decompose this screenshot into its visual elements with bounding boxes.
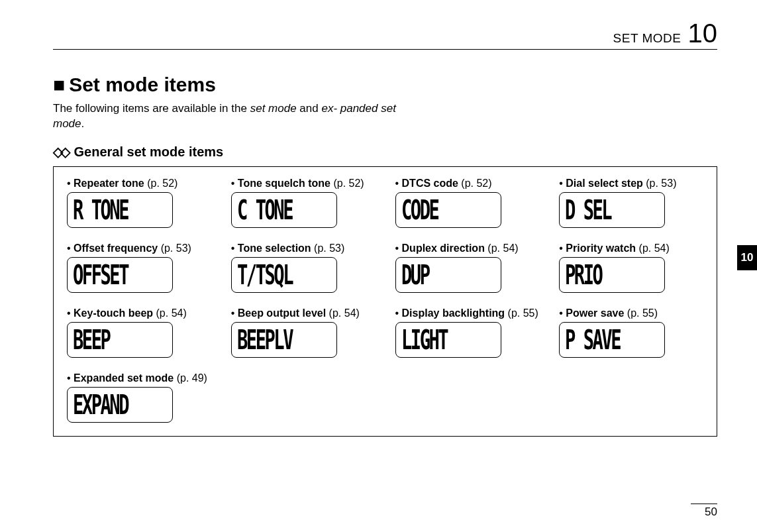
item-name: Beep output level [238, 307, 326, 319]
bullet-icon: • [559, 307, 566, 319]
item-page-ref: (p. 55) [508, 307, 538, 319]
item-label: • Expanded set mode (p. 49) [67, 372, 211, 384]
item-label: • Beep output level (p. 54) [231, 307, 376, 319]
lcd-text: OFFSET [73, 259, 128, 291]
item-page-ref: (p. 53) [646, 178, 676, 189]
lcd-text: LIGHT [401, 324, 447, 356]
item-name: Expanded set mode [74, 372, 174, 384]
item-label: • Display backlighting (p. 55) [395, 307, 540, 319]
intro-text-post: . [81, 117, 85, 130]
setmode-item: • Key-touch beep (p. 54)BEEP [67, 307, 211, 358]
item-label: • Duplex direction (p. 54) [395, 242, 540, 254]
lcd-text: BEEPLV [237, 324, 292, 356]
header-label: SET MODE [613, 31, 681, 46]
setmode-item: • Beep output level (p. 54)BEEPLV [231, 307, 376, 358]
setmode-item: • Repeater tone (p. 52)R TONE [67, 178, 211, 228]
lcd-display: P SAVE [559, 322, 665, 358]
bullet-icon: • [67, 242, 74, 254]
bullet-icon: • [559, 178, 566, 189]
setmode-item: • Power save (p. 55)P SAVE [559, 307, 703, 358]
lcd-display: C TONE [231, 192, 337, 228]
page-header: SET MODE 10 [53, 20, 717, 50]
setmode-item: • Tone squelch tone (p. 52)C TONE [231, 178, 376, 228]
lcd-text: DUP [401, 259, 429, 291]
item-page-ref: (p. 54) [156, 307, 187, 319]
item-name: Tone squelch tone [238, 178, 330, 189]
item-label: • Offset frequency (p. 53) [67, 242, 211, 254]
sub-heading: ◇◇ General set mode items [53, 144, 717, 160]
item-name: Repeater tone [74, 178, 144, 189]
item-label: • Key-touch beep (p. 54) [67, 307, 211, 319]
lcd-text: C TONE [237, 194, 292, 226]
lcd-text: P SAVE [565, 324, 620, 356]
page-number: 50 [691, 504, 717, 519]
lcd-display: BEEP [67, 322, 173, 358]
item-label: • Power save (p. 55) [559, 307, 703, 319]
intro-text-pre: The following items are available in the [53, 102, 250, 115]
lcd-text: R TONE [73, 194, 128, 226]
bullet-icon: • [67, 372, 74, 384]
intro-italic-1: set mode [250, 102, 297, 115]
setmode-item: • Expanded set mode (p. 49)EXPAND [67, 372, 211, 423]
bullet-icon: • [231, 178, 238, 189]
item-page-ref: (p. 52) [147, 178, 177, 189]
lcd-display: LIGHT [395, 322, 501, 358]
square-bullet-icon: ■ [53, 74, 65, 95]
bullet-icon: • [231, 242, 238, 254]
lcd-display: EXPAND [67, 387, 173, 423]
item-page-ref: (p. 52) [333, 178, 364, 189]
bullet-icon: • [67, 178, 74, 189]
bullet-icon: • [231, 307, 238, 319]
lcd-display: T/TSQL [231, 257, 337, 293]
setmode-item: • Tone selection (p. 53)T/TSQL [231, 242, 376, 293]
item-name: Key-touch beep [74, 307, 153, 319]
item-page-ref: (p. 54) [487, 242, 518, 254]
item-name: Tone selection [238, 242, 311, 254]
setmode-item: • Priority watch (p. 54)PRIO [559, 242, 703, 293]
item-page-ref: (p. 49) [177, 372, 207, 384]
lcd-display: CODE [395, 192, 501, 228]
lcd-text: PRIO [565, 259, 601, 291]
setmode-item: • Offset frequency (p. 53)OFFSET [67, 242, 211, 293]
item-name: Power save [566, 307, 624, 319]
lcd-display: BEEPLV [231, 322, 337, 358]
setmode-item: • DTCS code (p. 52)CODE [395, 178, 540, 228]
bullet-icon: • [559, 242, 566, 254]
bullet-icon: • [395, 178, 402, 189]
diamond-icon: ◇◇ [53, 144, 68, 159]
item-name: Display backlighting [402, 307, 505, 319]
item-label: • Tone squelch tone (p. 52) [231, 178, 376, 189]
bullet-icon: • [67, 307, 74, 319]
item-name: Duplex direction [402, 242, 485, 254]
item-page-ref: (p. 52) [461, 178, 491, 189]
lcd-display: PRIO [559, 257, 665, 293]
setmode-item: • Duplex direction (p. 54)DUP [395, 242, 540, 293]
item-label: • Priority watch (p. 54) [559, 242, 703, 254]
items-panel: • Repeater tone (p. 52)R TONE• Tone sque… [53, 166, 717, 437]
lcd-display: OFFSET [67, 257, 173, 293]
item-name: Dial select step [566, 178, 643, 189]
item-page-ref: (p. 53) [161, 242, 191, 254]
side-tab: 10 [737, 245, 757, 270]
intro-paragraph: The following items are available in the… [53, 101, 397, 132]
bullet-icon: • [395, 242, 402, 254]
lcd-display: DUP [395, 257, 501, 293]
item-name: DTCS code [402, 178, 458, 189]
item-page-ref: (p. 53) [314, 242, 344, 254]
section-title-text: Set mode items [69, 74, 216, 95]
lcd-text: EXPAND [73, 389, 128, 421]
item-name: Offset frequency [74, 242, 158, 254]
lcd-display: R TONE [67, 192, 173, 228]
lcd-text: D SEL [565, 194, 611, 226]
section-title: ■Set mode items [53, 74, 717, 96]
lcd-text: T/TSQL [237, 259, 292, 291]
lcd-display: D SEL [559, 192, 665, 228]
item-label: • Dial select step (p. 53) [559, 178, 703, 189]
setmode-item: • Dial select step (p. 53)D SEL [559, 178, 703, 228]
setmode-item: • Display backlighting (p. 55)LIGHT [395, 307, 540, 358]
item-name: Priority watch [566, 242, 636, 254]
sub-heading-text: General set mode items [74, 144, 224, 159]
item-label: • DTCS code (p. 52) [395, 178, 540, 189]
chapter-number: 10 [688, 20, 718, 46]
item-page-ref: (p. 55) [627, 307, 658, 319]
